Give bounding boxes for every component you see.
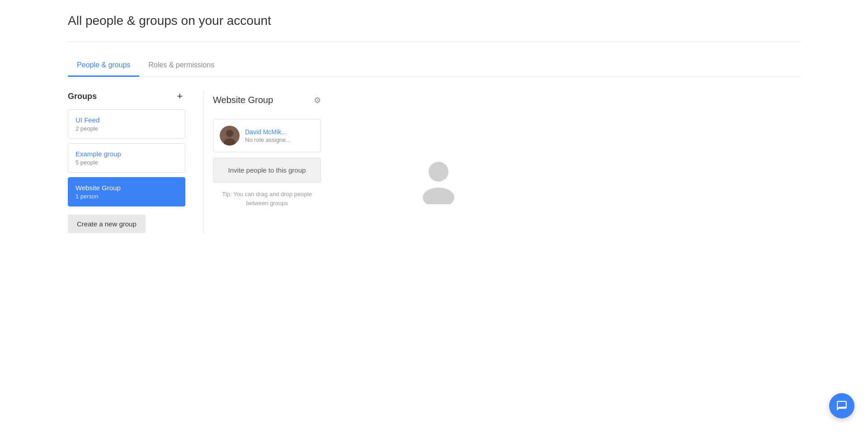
right-area xyxy=(330,90,800,233)
groups-header: Groups + xyxy=(68,90,185,102)
group-item-ui-feed[interactable]: UI Feed 2 people xyxy=(68,109,185,139)
group-item-website-group[interactable]: Website Group 1 person xyxy=(68,177,185,207)
chat-icon xyxy=(836,400,848,412)
content-area: Groups + UI Feed 2 people Example group … xyxy=(68,90,800,233)
member-name: David McMik... xyxy=(245,128,291,136)
gear-icon: ⚙ xyxy=(314,96,321,105)
page-title: All people & groups on your account xyxy=(68,14,800,28)
svg-point-3 xyxy=(429,162,448,182)
group-settings-button[interactable]: ⚙ xyxy=(314,95,321,105)
member-role: No role assigne... xyxy=(245,136,291,143)
tab-people-groups[interactable]: People & groups xyxy=(68,56,139,77)
group-detail-header: Website Group ⚙ xyxy=(213,95,321,110)
member-info: David McMik... No role assigne... xyxy=(245,128,291,143)
avatar xyxy=(220,126,240,146)
group-item-example-group[interactable]: Example group 5 people xyxy=(68,143,185,173)
svg-point-1 xyxy=(226,130,233,137)
add-group-button[interactable]: + xyxy=(174,90,185,102)
create-group-button[interactable]: Create a new group xyxy=(68,215,146,233)
group-detail-panel: Website Group ⚙ xyxy=(203,90,330,233)
tip-text: Tip: You can drag and drop people betwee… xyxy=(213,190,321,207)
placeholder-person-icon xyxy=(420,159,457,206)
svg-point-4 xyxy=(423,188,454,204)
invite-people-button[interactable]: Invite people to this group xyxy=(213,158,321,183)
tab-bar: People & groups Roles & permissions xyxy=(68,56,800,77)
tab-roles-permissions[interactable]: Roles & permissions xyxy=(139,56,223,77)
chat-fab-button[interactable] xyxy=(829,393,854,418)
title-divider xyxy=(68,42,800,42)
groups-title: Groups xyxy=(68,92,97,101)
group-detail-name: Website Group xyxy=(213,95,273,105)
groups-sidebar: Groups + UI Feed 2 people Example group … xyxy=(68,90,199,233)
member-card[interactable]: David McMik... No role assigne... xyxy=(213,119,321,152)
